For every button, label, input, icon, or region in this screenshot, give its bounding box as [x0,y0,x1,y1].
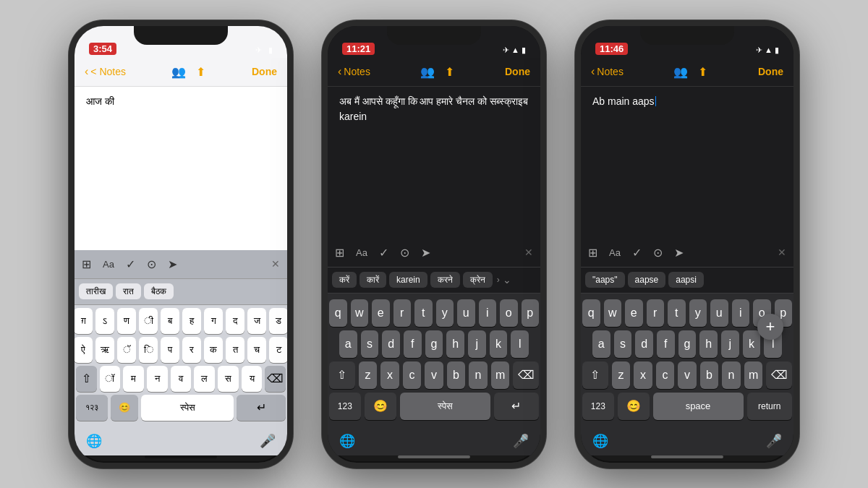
format-icon-1[interactable]: Aa [103,259,114,270]
backspace-key-1[interactable]: ⌫ [265,366,286,392]
key-3-r[interactable]: r [647,299,665,327]
mic-icon-2[interactable]: 🎤 [513,433,529,449]
key-2-t[interactable]: t [414,299,433,327]
format-icon-3[interactable]: Aa [609,247,621,258]
key-2-k[interactable]: k [490,330,508,358]
key-2-f[interactable]: f [404,330,422,358]
emoji-key-2[interactable]: 😊 [365,393,396,420]
key-3-v[interactable]: v [678,361,697,389]
key-2-j[interactable]: j [468,330,486,358]
key-1-avagraha[interactable]: ऽ [95,308,114,334]
key-2-y[interactable]: y [436,299,454,327]
table-icon-2[interactable]: ⊞ [335,246,344,260]
key-2-w[interactable]: w [351,299,369,327]
suggestion-1-3[interactable]: बैठक [144,283,174,299]
check-icon-2[interactable]: ✓ [379,246,388,260]
suggestion-2-4[interactable]: करने [430,272,460,288]
emoji-key-1[interactable]: 😊 [111,395,138,421]
key-2-v[interactable]: v [425,361,443,389]
key-1-sa[interactable]: स [218,366,239,392]
key-1-ma[interactable]: म [123,366,144,392]
close-keyboard-icon-2[interactable]: ✕ [524,247,533,258]
key-1-ja[interactable]: ज [247,308,266,334]
key-2-m[interactable]: m [491,361,510,389]
collab-icon-1[interactable]: 👥 [171,65,186,79]
done-button-3[interactable]: Done [758,66,783,77]
done-button-1[interactable]: Done [252,66,277,77]
space-key-1[interactable]: स्पेस [141,395,234,421]
share-icon-3[interactable]: ⬆ [698,65,707,79]
markup-icon-1[interactable]: ➤ [168,257,177,271]
key-1-na[interactable]: ण [117,308,136,334]
key-2-u[interactable]: u [457,299,475,327]
key-1-ra[interactable]: र [182,337,201,363]
suggestion-2-3[interactable]: karein [389,272,427,288]
suggestion-3-3[interactable]: aapsi [668,272,704,288]
space-key-2[interactable]: स्पेस [400,393,490,420]
globe-icon-1[interactable]: 🌐 [86,433,102,449]
suggestion-2-5[interactable]: क्रेन [463,272,493,288]
return-key-2[interactable]: ↵ [494,393,540,420]
key-2-h[interactable]: h [446,330,464,358]
key-3-c[interactable]: c [656,361,675,389]
emoji-key-3[interactable]: 😊 [618,393,650,420]
key-2-o[interactable]: o [500,299,518,327]
key-2-a[interactable]: a [339,330,357,358]
key-2-d[interactable]: d [382,330,400,358]
markup-icon-3[interactable]: ➤ [674,246,684,260]
num-key-3[interactable]: 123 [582,393,614,420]
mic-icon-3[interactable]: 🎤 [766,433,782,449]
globe-icon-2[interactable]: 🌐 [339,433,355,449]
note-content-1[interactable]: आज की [75,87,287,250]
suggestion-3-1[interactable]: "aaps" [585,272,625,288]
back-button-3[interactable]: ‹ Notes [591,65,624,78]
check-icon-1[interactable]: ✓ [126,257,135,271]
key-3-b[interactable]: b [700,361,719,389]
key-3-x[interactable]: x [634,361,652,389]
collab-icon-2[interactable]: 👥 [420,65,435,79]
suggestion-3-2[interactable]: aapse [628,272,666,288]
return-key-1[interactable]: ↵ [237,395,286,421]
key-2-r[interactable]: r [393,299,412,327]
key-1-ai[interactable]: ऐ [74,337,93,363]
key-1-ba[interactable]: ब [161,308,179,334]
key-2-p[interactable]: p [522,299,540,327]
note-content-3[interactable]: Ab main aaps [581,87,793,239]
format-icon-2[interactable]: Aa [356,247,367,258]
table-icon-3[interactable]: ⊞ [588,246,597,260]
key-1-o[interactable]: ॉ [100,366,121,392]
key-1-dda[interactable]: ड [269,308,288,334]
key-2-q[interactable]: q [329,299,347,327]
key-3-n[interactable]: n [722,361,741,389]
key-3-z[interactable]: z [612,361,631,389]
key-2-e[interactable]: e [372,299,390,327]
key-1-pa[interactable]: प [161,337,179,363]
key-1-ii[interactable]: ी [139,308,158,334]
key-1-ha[interactable]: ह [182,308,201,334]
mic-icon-1[interactable]: 🎤 [260,433,276,449]
key-1-ya[interactable]: य [242,366,263,392]
key-2-b[interactable]: b [447,361,466,389]
table-icon-1[interactable]: ⊞ [82,257,91,271]
key-1-ga[interactable]: ग़ [74,308,93,334]
key-3-w[interactable]: w [604,299,622,327]
shift-key-3[interactable]: ⇧ [582,361,608,389]
key-3-h[interactable]: h [699,330,718,358]
num-key-2[interactable]: 123 [329,393,361,420]
key-3-m[interactable]: m [744,361,763,389]
share-icon-1[interactable]: ⬆ [196,65,205,79]
key-3-y[interactable]: y [689,299,707,327]
suggestion-1-2[interactable]: रात [116,283,141,299]
back-button-2[interactable]: ‹ Notes [338,65,370,78]
key-1-cha[interactable]: च [247,337,266,363]
key-1-va[interactable]: व [171,366,192,392]
share-icon-2[interactable]: ⬆ [445,65,454,79]
key-1-i[interactable]: ि [139,337,158,363]
done-button-2[interactable]: Done [505,66,530,77]
key-1-ka[interactable]: क [204,337,223,363]
check-icon-3[interactable]: ✓ [632,246,642,260]
shift-key-2[interactable]: ⇧ [329,361,355,389]
suggestion-2-2[interactable]: कारें [359,272,386,288]
backspace-key-3[interactable]: ⌫ [766,361,792,389]
key-1-ri[interactable]: ऋ [95,337,114,363]
